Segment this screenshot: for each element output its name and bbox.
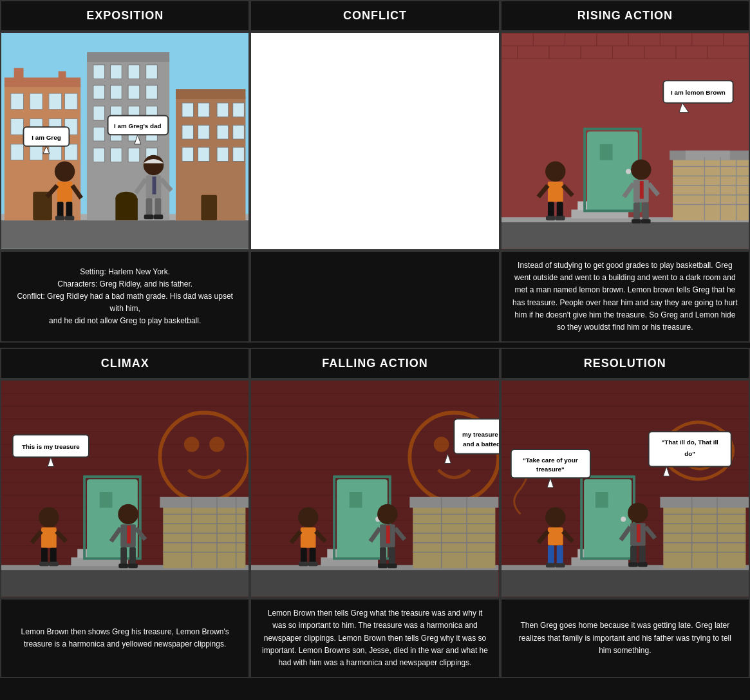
svg-rect-25 <box>146 65 158 79</box>
svg-rect-21 <box>87 52 169 62</box>
svg-rect-53 <box>233 125 245 139</box>
svg-rect-1 <box>1 217 248 249</box>
svg-point-292 <box>628 503 648 524</box>
svg-point-155 <box>209 437 225 452</box>
svg-text:"That ill do, That ill: "That ill do, That ill <box>661 439 718 446</box>
svg-text:"Take care of your: "Take care of your <box>523 457 578 464</box>
svg-rect-242 <box>380 547 386 565</box>
svg-rect-28 <box>128 85 140 99</box>
svg-text:and a batted harmonica: and a batted harmonica <box>463 440 498 448</box>
svg-rect-132 <box>642 203 648 221</box>
svg-rect-243 <box>389 547 395 565</box>
scene-resolution: "Take care of your treasure" "That ill d… <box>500 379 750 598</box>
svg-rect-52 <box>217 125 229 139</box>
svg-rect-125 <box>555 216 565 220</box>
svg-rect-245 <box>388 563 397 568</box>
svg-rect-45 <box>176 89 245 99</box>
svg-rect-72 <box>146 198 153 216</box>
svg-rect-29 <box>146 85 158 99</box>
svg-rect-236 <box>308 562 318 566</box>
svg-rect-60 <box>57 182 73 202</box>
svg-rect-134 <box>641 219 650 223</box>
svg-rect-122 <box>548 202 554 218</box>
svg-rect-119 <box>548 182 563 202</box>
svg-marker-221 <box>410 497 499 508</box>
svg-rect-23 <box>110 65 122 79</box>
svg-rect-30 <box>93 106 105 120</box>
svg-rect-217 <box>350 492 362 508</box>
svg-rect-230 <box>301 527 316 548</box>
svg-rect-9 <box>11 119 24 135</box>
svg-rect-19 <box>59 71 66 81</box>
svg-rect-34 <box>93 127 105 141</box>
svg-rect-18 <box>14 68 24 81</box>
svg-rect-104 <box>599 144 612 160</box>
svg-point-174 <box>39 507 59 528</box>
svg-rect-65 <box>55 216 65 220</box>
svg-rect-175 <box>41 527 57 548</box>
svg-rect-178 <box>41 548 48 563</box>
svg-rect-64 <box>66 202 73 218</box>
svg-rect-290 <box>546 563 556 567</box>
svg-point-284 <box>545 507 566 528</box>
svg-rect-272 <box>595 492 608 508</box>
svg-rect-244 <box>378 563 388 568</box>
svg-point-273 <box>621 516 626 522</box>
svg-rect-235 <box>299 562 308 566</box>
svg-rect-38 <box>93 148 105 162</box>
svg-point-105 <box>626 169 631 174</box>
row-spacer <box>0 343 750 348</box>
svg-rect-57 <box>233 147 245 162</box>
svg-point-118 <box>545 162 566 182</box>
svg-rect-56 <box>217 147 229 162</box>
header-exposition: EXPOSITION <box>0 0 250 32</box>
svg-rect-305 <box>648 431 731 466</box>
svg-rect-40 <box>128 148 140 162</box>
storyboard-grid: EXPOSITION CONFLICT RISING ACTION <box>0 0 750 678</box>
svg-rect-74 <box>144 214 154 219</box>
svg-rect-188 <box>129 547 136 565</box>
svg-rect-184 <box>127 525 131 544</box>
svg-rect-299 <box>628 562 638 567</box>
svg-text:This is my treasure: This is my treasure <box>22 443 80 450</box>
svg-rect-55 <box>198 147 209 162</box>
svg-rect-123 <box>556 202 563 218</box>
scene-conflict <box>250 32 500 251</box>
svg-rect-124 <box>546 216 556 220</box>
scene-climax: This is my treasure <box>0 379 250 598</box>
text-rising: Instead of studying to get good grades t… <box>500 251 750 343</box>
svg-rect-297 <box>630 546 637 564</box>
svg-rect-298 <box>639 546 646 564</box>
svg-point-59 <box>55 162 75 182</box>
svg-text:I am Greg's dad: I am Greg's dad <box>114 122 161 129</box>
svg-rect-6 <box>30 93 42 109</box>
svg-rect-187 <box>120 547 127 565</box>
svg-marker-165 <box>160 497 248 508</box>
svg-rect-301 <box>511 449 590 478</box>
svg-rect-181 <box>49 562 59 566</box>
header-rising: RISING ACTION <box>500 0 750 32</box>
svg-rect-51 <box>198 125 209 139</box>
svg-rect-39 <box>110 148 122 162</box>
svg-rect-49 <box>233 103 245 117</box>
svg-rect-180 <box>39 562 49 566</box>
header-resolution: RESOLUTION <box>500 348 750 379</box>
svg-rect-58 <box>201 195 217 220</box>
svg-rect-63 <box>57 202 64 218</box>
svg-point-210 <box>434 437 449 452</box>
svg-rect-75 <box>154 214 164 219</box>
text-conflict <box>250 251 500 343</box>
svg-rect-212 <box>251 568 498 596</box>
svg-rect-190 <box>128 563 138 568</box>
scene-rising: I am lemon Brown <box>500 32 750 251</box>
svg-rect-66 <box>65 216 75 220</box>
header-climax: CLIMAX <box>0 348 250 379</box>
svg-rect-233 <box>301 548 307 563</box>
svg-point-154 <box>184 437 200 452</box>
svg-rect-286 <box>548 545 554 565</box>
svg-point-126 <box>631 160 652 180</box>
text-exposition: Setting: Harlem New York. Characters: Gr… <box>0 251 250 343</box>
svg-rect-109 <box>685 151 729 160</box>
svg-rect-26 <box>93 85 105 99</box>
svg-rect-24 <box>128 65 140 79</box>
